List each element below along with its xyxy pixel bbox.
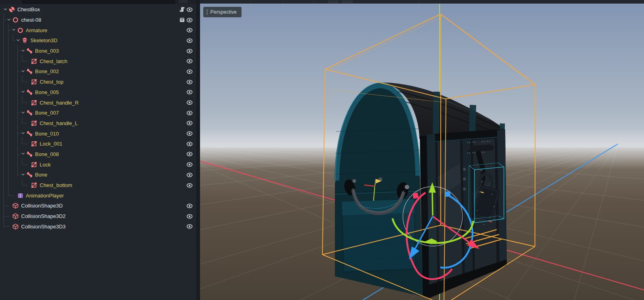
tree-row[interactable]: Bone_002 xyxy=(0,66,196,77)
filter-side-button[interactable] xyxy=(179,0,188,3)
scene-open-icon[interactable] xyxy=(179,17,185,23)
tree-row[interactable]: Bone_003 xyxy=(0,46,196,56)
visibility-eye-icon[interactable] xyxy=(186,79,193,85)
tree-row[interactable]: chest-08 xyxy=(0,15,196,25)
viewport-canvas[interactable] xyxy=(200,4,644,300)
toolbar-separator xyxy=(419,0,419,4)
tree-row[interactable]: Bone xyxy=(0,170,196,180)
visibility-eye-icon[interactable] xyxy=(186,48,193,54)
chevron-down-icon[interactable] xyxy=(20,68,26,74)
toolbar-separator xyxy=(283,0,283,4)
mesh-icon xyxy=(31,99,37,106)
chevron-down-icon[interactable] xyxy=(11,27,17,33)
toolbar-separator xyxy=(314,0,314,4)
tree-row[interactable]: Armature xyxy=(0,25,196,35)
chevron-down-icon[interactable] xyxy=(20,172,26,178)
chevron-down-icon[interactable] xyxy=(16,37,22,43)
visibility-eye-icon[interactable] xyxy=(186,110,193,116)
chevron-down-icon[interactable] xyxy=(20,110,26,116)
bone-icon xyxy=(26,110,33,116)
chevron-down-icon[interactable] xyxy=(20,151,26,157)
tree-row[interactable]: Bone_007 xyxy=(0,108,196,118)
node-name: CollisionShape3D3 xyxy=(21,224,66,230)
visibility-eye-icon[interactable] xyxy=(186,99,193,106)
mesh-icon xyxy=(31,182,37,189)
visibility-eye-icon[interactable] xyxy=(186,223,193,230)
script-badge-icon[interactable] xyxy=(179,6,185,13)
chevron-down-icon[interactable] xyxy=(6,17,12,23)
tree-row[interactable]: Chest_top xyxy=(0,77,196,87)
scene-tree: ChestBoxchest-08ArmatureSkeleton3DBone_0… xyxy=(0,4,196,232)
chevron-down-icon[interactable] xyxy=(2,6,8,12)
visibility-eye-icon[interactable] xyxy=(186,161,193,168)
perspective-label: Perspective xyxy=(211,9,237,15)
node-name: Armature xyxy=(26,27,47,33)
mesh-icon xyxy=(31,120,37,126)
chevron-down-icon[interactable] xyxy=(20,89,26,95)
tree-row[interactable]: Chest_bottom xyxy=(0,180,196,191)
visibility-eye-icon[interactable] xyxy=(186,68,193,75)
node3d-icon xyxy=(17,27,23,33)
chevron-down-icon[interactable] xyxy=(20,131,26,137)
node-name: Bone_003 xyxy=(35,48,59,54)
visibility-eye-icon[interactable] xyxy=(186,58,193,64)
tree-row[interactable]: Lock xyxy=(0,159,196,170)
visibility-eye-icon[interactable] xyxy=(186,17,193,23)
node-name: Chest_handle_L xyxy=(40,120,78,126)
body3d-icon xyxy=(8,6,15,13)
toolbar-button[interactable] xyxy=(328,0,339,3)
tree-row[interactable]: Lock_001 xyxy=(0,139,196,149)
visibility-eye-icon[interactable] xyxy=(186,151,193,157)
node-name: Chest_bottom xyxy=(40,182,72,188)
tree-row[interactable]: Chest_handle_R xyxy=(0,97,196,108)
tree-row[interactable]: Bone_008 xyxy=(0,149,196,160)
panel-splitter[interactable] xyxy=(196,0,200,300)
viewport-3d[interactable]: Perspective xyxy=(200,0,644,300)
tree-row[interactable]: Bone_005 xyxy=(0,87,196,98)
visibility-eye-icon[interactable] xyxy=(186,37,193,44)
scene-filter-bar xyxy=(0,0,196,4)
node-name: CollisionShape3D2 xyxy=(21,213,66,219)
collision-icon xyxy=(12,203,19,209)
visibility-eye-icon[interactable] xyxy=(186,27,193,33)
gizmo-plane-z-handle[interactable] xyxy=(445,191,451,197)
tree-row[interactable]: Chest_latch xyxy=(0,56,196,66)
bone-icon xyxy=(26,48,33,54)
visibility-eye-icon[interactable] xyxy=(186,141,193,147)
tree-row[interactable]: CollisionShape3D xyxy=(0,201,196,211)
skeleton-icon xyxy=(22,37,28,44)
visibility-eye-icon[interactable] xyxy=(186,213,193,220)
filter-input[interactable] xyxy=(22,0,175,4)
node-name: Lock_001 xyxy=(40,141,62,147)
visibility-eye-icon[interactable] xyxy=(186,172,193,178)
tree-row[interactable]: CollisionShape3D2 xyxy=(0,211,196,222)
tree-row[interactable]: Bone_010 xyxy=(0,128,196,139)
node-name: Chest_handle_R xyxy=(40,100,79,106)
indent-spacer xyxy=(6,213,12,219)
animation-icon xyxy=(17,192,23,199)
node-name: Bone xyxy=(35,172,47,178)
indent-spacer xyxy=(6,224,12,230)
gizmo-plane-x-handle[interactable] xyxy=(413,193,419,199)
mesh-icon xyxy=(31,161,37,168)
node-name: Bone_010 xyxy=(35,131,59,137)
visibility-eye-icon[interactable] xyxy=(186,182,193,189)
chevron-down-icon[interactable] xyxy=(20,48,26,54)
node3d-icon xyxy=(12,17,19,23)
indent-spacer xyxy=(25,141,31,147)
visibility-eye-icon[interactable] xyxy=(186,130,193,137)
toolbar-button[interactable] xyxy=(342,0,353,3)
tree-row[interactable]: CollisionShape3D3 xyxy=(0,221,196,232)
visibility-eye-icon[interactable] xyxy=(186,120,193,126)
visibility-eye-icon[interactable] xyxy=(186,6,193,13)
indent-spacer xyxy=(11,193,17,199)
tree-row[interactable]: ChestBox xyxy=(0,4,196,15)
tree-row[interactable]: Skeleton3D xyxy=(0,35,196,46)
visibility-eye-icon[interactable] xyxy=(186,203,193,209)
visibility-eye-icon[interactable] xyxy=(186,89,193,95)
tree-row[interactable]: AnimationPlayer xyxy=(0,190,196,201)
indent-spacer xyxy=(6,203,12,209)
perspective-menu-button[interactable]: Perspective xyxy=(203,7,242,17)
tree-row[interactable]: Chest_handle_L xyxy=(0,118,196,129)
node-name: Chest_top xyxy=(40,79,64,85)
